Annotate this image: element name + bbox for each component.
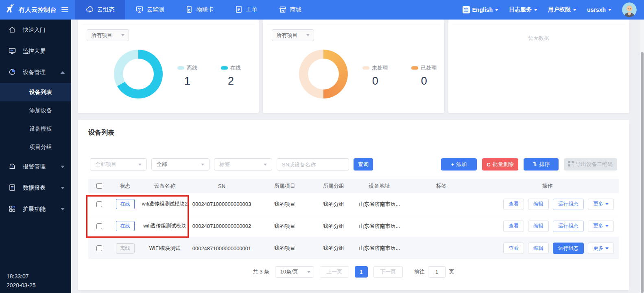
search-input[interactable] xyxy=(277,158,349,171)
user-avatar[interactable] xyxy=(622,2,637,17)
sidebar-item-monitor-screen[interactable]: 监控大屏 xyxy=(0,41,71,62)
sidebar-item-extended-functions[interactable]: 扩展功能 xyxy=(0,199,71,220)
sort-arrows-icon xyxy=(533,161,537,168)
batch-delete-button[interactable]: C批量删除 xyxy=(482,158,518,171)
sidebar-item-label: 扩展功能 xyxy=(23,206,54,213)
legend-unprocessed: 未处理 0 xyxy=(362,64,388,87)
status-badge: 离线 xyxy=(116,243,135,254)
sidebar-subitem-project-group[interactable]: 项目分组 xyxy=(0,138,71,156)
cell-project: 我的项目 xyxy=(254,201,315,208)
home-icon xyxy=(8,26,16,35)
page-size-select[interactable]: 10条/页 xyxy=(275,266,314,278)
chevron-down-icon xyxy=(201,164,204,166)
nav-tab-cloud-monitor[interactable]: 云监测 xyxy=(125,0,175,20)
primary-nav: 云组态 云监测 物联卡 工单 商城 xyxy=(75,0,312,20)
nav-tab-label: 商城 xyxy=(290,6,301,13)
username-menu[interactable]: usrsxh xyxy=(587,7,611,13)
sidebar-item-label: 设备管理 xyxy=(23,69,54,76)
sidebar-subitem-device-template[interactable]: 设备模板 xyxy=(0,120,71,138)
row-action-more-button[interactable]: 更多 xyxy=(588,199,614,210)
sidebar-subitem-add-device[interactable]: 添加设备 xyxy=(0,101,71,120)
sidebar-item-data-report[interactable]: 数据报表 xyxy=(0,177,71,199)
col-status: 状态 xyxy=(110,182,140,190)
sidebar-item-label: 监控大屏 xyxy=(23,48,65,55)
chevron-down-icon xyxy=(138,164,142,166)
row-action-more-button[interactable]: 更多 xyxy=(588,221,614,232)
row-action-run-config-button[interactable]: 运行组态 xyxy=(553,243,584,254)
row-checkbox[interactable] xyxy=(96,223,102,229)
total-count: 共 3 条 xyxy=(253,268,269,276)
row-action-run-config-button[interactable]: 运行组态 xyxy=(553,221,584,232)
export-qr-button[interactable]: 导出设备二维码 xyxy=(564,158,617,171)
legend-label: 在线 xyxy=(230,64,241,72)
apps-grid-icon xyxy=(8,205,16,214)
empty-data-card: 暂无数据 xyxy=(448,20,629,113)
nav-tab-cloud-scada[interactable]: 云组态 xyxy=(75,0,125,20)
filter-status-select[interactable]: 全部 xyxy=(151,158,210,171)
sidebar-item-quick-start[interactable]: 快速入门 xyxy=(0,20,71,41)
prev-page-button[interactable]: 上一页 xyxy=(320,266,349,278)
row-action-edit-button[interactable]: 编辑 xyxy=(528,221,549,232)
nav-tab-work-order[interactable]: 工单 xyxy=(224,0,268,20)
device-status-project-select[interactable]: 所有项目 xyxy=(87,29,129,41)
col-actions: 操作 xyxy=(476,182,619,190)
log-service-menu[interactable]: 日志服务 xyxy=(509,6,537,13)
add-device-button[interactable]: +添加 xyxy=(441,158,477,171)
sidebar-item-device-management[interactable]: 设备管理 xyxy=(0,62,71,83)
row-checkbox[interactable] xyxy=(96,201,102,207)
current-page-button[interactable]: 1 xyxy=(355,266,368,278)
goto-page-input[interactable] xyxy=(428,266,446,278)
sidebar-subitem-device-list[interactable]: 设备列表 xyxy=(0,83,71,101)
cell-project: 我的项目 xyxy=(254,245,315,252)
row-action-view-button[interactable]: 查看 xyxy=(503,199,524,210)
sort-button[interactable]: 排序 xyxy=(524,158,559,171)
panel-title: 设备列表 xyxy=(88,120,619,137)
row-action-edit-button[interactable]: 编辑 xyxy=(528,199,549,210)
big-screen-icon xyxy=(8,47,16,56)
row-action-more-button[interactable]: 更多 xyxy=(588,243,614,254)
select-all-checkbox[interactable] xyxy=(96,183,102,189)
table-row: 在线 wifi透传组测试模块 00024871000000000002 我的项目… xyxy=(88,215,619,237)
sidebar-item-alarm-management[interactable]: 报警管理 xyxy=(0,156,71,177)
status-badge: 在线 xyxy=(116,199,135,209)
sidebar-collapse-icon[interactable] xyxy=(61,6,68,13)
goto-page: 前往 页 xyxy=(414,266,454,278)
language-switcher[interactable]: English xyxy=(463,6,499,13)
chevron-down-icon xyxy=(306,34,310,36)
legend-label: 离线 xyxy=(187,64,197,72)
cell-device-name: wifi透传组测试模块2 xyxy=(140,201,189,208)
card-divider xyxy=(82,20,255,24)
row-action-edit-button[interactable]: 编辑 xyxy=(528,243,549,254)
cell-sn: 00024871000000000001 xyxy=(189,245,254,251)
cell-group: 我的分组 xyxy=(315,223,352,230)
table-row: 离线 WIFI模块测试 00024871000000000001 我的项目 我的… xyxy=(88,237,619,259)
user-permission-menu[interactable]: 用户权限 xyxy=(548,6,576,13)
scrollbar-thumb[interactable] xyxy=(641,52,644,293)
query-button[interactable]: 查询 xyxy=(354,158,373,171)
alarm-status-project-select[interactable]: 所有项目 xyxy=(272,29,314,41)
vertical-scrollbar xyxy=(640,20,644,293)
alarm-status-legend: 未处理 0 已处理 0 xyxy=(362,64,437,87)
sidebar-item-label: 数据报表 xyxy=(23,184,54,192)
filter-tag-select[interactable]: 标签 xyxy=(214,158,272,171)
no-data-text: 暂无数据 xyxy=(448,24,629,42)
row-action-view-button[interactable]: 查看 xyxy=(503,243,524,254)
filter-project-select[interactable]: 全部项目 xyxy=(90,158,147,171)
chevron-down-icon xyxy=(605,225,609,227)
processed-count: 0 xyxy=(411,75,437,87)
nav-tab-iot-card[interactable]: 物联卡 xyxy=(175,0,224,20)
sidebar: 快速入门 监控大屏 设备管理 设备列表 添加设备 设备模板 项目分组 报警管理 … xyxy=(0,20,71,293)
row-checkbox[interactable] xyxy=(96,245,102,251)
row-action-view-button[interactable]: 查看 xyxy=(503,221,524,232)
sidebar-clock: 18:33:07 2020-03-25 xyxy=(7,272,36,290)
app-title: 有人云控制台 xyxy=(19,6,57,14)
legend-label: 未处理 xyxy=(372,64,388,72)
filter-toolbar: 全部项目 全部 标签 查询 +添加 C批量删除 排序 导出设备二维码 xyxy=(90,158,617,171)
row-action-run-config-button[interactable]: 运行组态 xyxy=(553,199,584,210)
filter-status-value: 全部 xyxy=(157,161,167,168)
nav-tab-mall[interactable]: 商城 xyxy=(268,0,312,20)
next-page-button[interactable]: 下一页 xyxy=(373,266,403,278)
device-management-submenu: 设备列表 添加设备 设备模板 项目分组 xyxy=(0,83,71,156)
chevron-down-icon xyxy=(307,271,310,273)
chevron-down-icon xyxy=(605,247,609,249)
